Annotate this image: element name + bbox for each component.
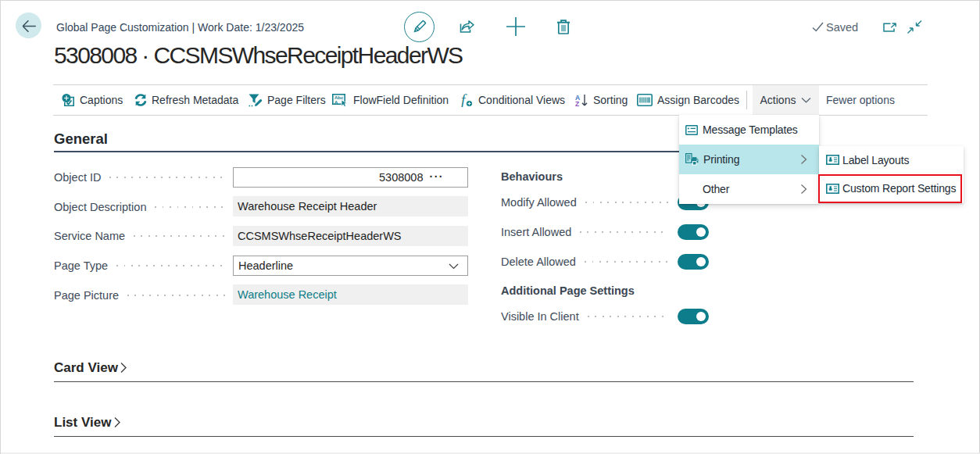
svg-text:Z: Z xyxy=(575,99,579,107)
svg-text:A: A xyxy=(334,99,338,104)
svg-text:f: f xyxy=(461,94,467,107)
